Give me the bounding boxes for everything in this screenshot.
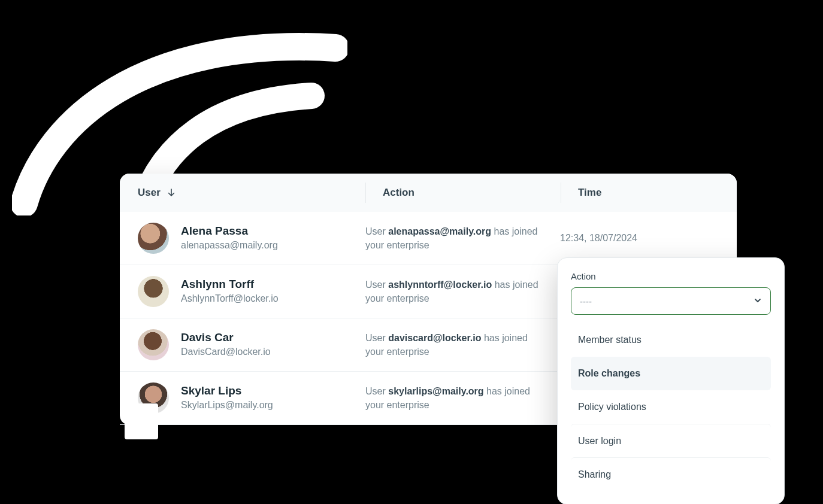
action-filter-option[interactable]: Sharing xyxy=(571,457,771,491)
avatar xyxy=(138,329,169,360)
action-filter-options: Member status Role changes Policy violat… xyxy=(571,323,771,491)
activity-description: User alenapassa@maily.org has joined you… xyxy=(365,224,560,252)
action-filter-option[interactable]: Member status xyxy=(571,323,771,357)
action-filter-select[interactable]: ---- xyxy=(571,287,771,315)
action-filter-option[interactable]: User login xyxy=(571,424,771,457)
action-filter-label: Action xyxy=(571,271,771,281)
user-email: AshlynnTorff@locker.io xyxy=(181,292,279,305)
decoration-square xyxy=(125,403,158,439)
column-header-action[interactable]: Action xyxy=(366,187,561,199)
column-header-user[interactable]: User xyxy=(138,187,365,199)
activity-time: 12:34, 18/07/2024 xyxy=(560,233,719,244)
avatar xyxy=(138,223,169,254)
activity-table-card: User Action Time Alena Passa alenapassa@… xyxy=(120,174,737,425)
table-header-row: User Action Time xyxy=(120,174,737,212)
avatar xyxy=(138,276,169,307)
chevron-down-icon xyxy=(754,296,762,306)
action-filter-option[interactable]: Role changes xyxy=(571,357,771,390)
column-header-time[interactable]: Time xyxy=(561,187,719,199)
action-filter-option[interactable]: Policy violations xyxy=(571,390,771,424)
column-header-action-label: Action xyxy=(383,187,414,199)
user-email: alenapassa@maily.org xyxy=(181,239,278,252)
user-email: DavisCard@locker.io xyxy=(181,345,271,359)
column-header-time-label: Time xyxy=(578,187,601,199)
user-name: Skylar Lips xyxy=(181,384,273,399)
user-name: Alena Passa xyxy=(181,224,278,239)
action-filter-selected-value: ---- xyxy=(580,296,592,306)
arrow-down-icon xyxy=(167,188,176,198)
activity-description: User daviscard@locker.io has joined your… xyxy=(365,331,560,359)
activity-description: User skylarlips@maily.org has joined you… xyxy=(365,384,560,412)
user-email: SkylarLips@maily.org xyxy=(181,399,273,412)
user-name: Davis Car xyxy=(181,330,271,345)
action-filter-panel: Action ---- Member status Role changes P… xyxy=(557,257,785,504)
column-header-user-label: User xyxy=(138,187,161,199)
user-name: Ashlynn Torff xyxy=(181,277,279,292)
activity-description: User ashlynntorff@locker.io has joined y… xyxy=(365,278,560,305)
